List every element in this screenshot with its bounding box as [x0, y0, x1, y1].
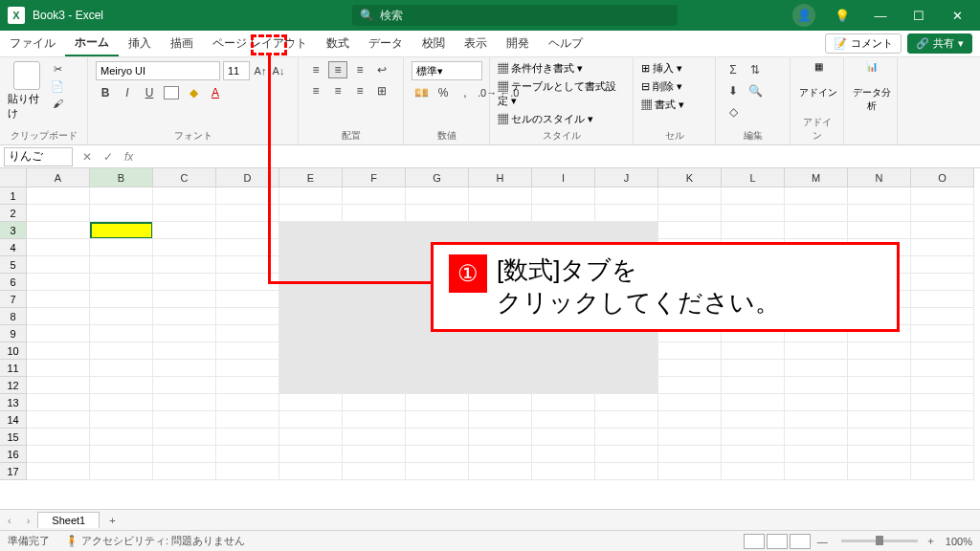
cell[interactable] — [469, 222, 532, 239]
cell[interactable] — [343, 187, 406, 205]
cell[interactable] — [658, 205, 722, 222]
cell[interactable] — [406, 394, 469, 411]
tab-review[interactable]: 校閲 — [412, 31, 455, 56]
cell[interactable] — [469, 463, 532, 480]
tab-insert[interactable]: 挿入 — [119, 31, 161, 56]
comma-button[interactable]: , — [456, 84, 475, 101]
cell[interactable] — [279, 377, 343, 394]
cell[interactable] — [848, 360, 911, 377]
cell[interactable] — [27, 256, 90, 274]
cell[interactable] — [153, 429, 216, 446]
select-all-corner[interactable] — [0, 168, 27, 187]
cell[interactable] — [90, 205, 153, 222]
fx-button[interactable]: fx — [119, 150, 139, 164]
row-header[interactable]: 15 — [0, 429, 27, 446]
cell[interactable] — [911, 342, 974, 360]
row-header[interactable]: 12 — [0, 377, 27, 394]
copy-button[interactable]: 📄 — [50, 78, 65, 94]
cell[interactable] — [722, 446, 785, 463]
cell[interactable] — [848, 205, 911, 222]
row-header[interactable]: 5 — [0, 256, 27, 274]
cell[interactable] — [27, 377, 90, 394]
row-header[interactable]: 9 — [0, 325, 27, 342]
cell[interactable] — [90, 446, 153, 463]
italic-button[interactable]: I — [118, 84, 137, 101]
data-analysis-button[interactable]: 📊 データ分析 — [852, 61, 892, 113]
row-header[interactable]: 16 — [0, 446, 27, 463]
column-header[interactable]: C — [153, 168, 216, 187]
cell[interactable] — [911, 360, 974, 377]
add-sheet-button[interactable]: + — [100, 515, 124, 526]
cell[interactable] — [595, 342, 658, 360]
font-name-input[interactable]: Meiryo UI — [96, 61, 220, 80]
view-page-break-button[interactable] — [790, 534, 811, 549]
comments-button[interactable]: 📝 コメント — [825, 33, 902, 54]
cell[interactable] — [153, 274, 216, 291]
cell[interactable] — [153, 463, 216, 480]
share-button[interactable]: 🔗 共有 ▾ — [907, 33, 972, 54]
cell[interactable] — [343, 463, 406, 480]
cell[interactable] — [153, 360, 216, 377]
cell[interactable] — [406, 411, 469, 429]
cell[interactable] — [279, 187, 343, 205]
cell[interactable] — [848, 222, 911, 239]
align-middle-button[interactable]: ≡ — [328, 61, 347, 78]
wrap-text-button[interactable]: ↩ — [372, 61, 391, 78]
cell[interactable] — [658, 411, 722, 429]
cell[interactable] — [595, 429, 658, 446]
cell[interactable] — [343, 446, 406, 463]
cell[interactable] — [343, 222, 406, 239]
formula-input[interactable] — [139, 147, 980, 166]
cell[interactable] — [27, 411, 90, 429]
cell[interactable] — [848, 463, 911, 480]
cell[interactable] — [279, 222, 343, 239]
cell[interactable] — [27, 291, 90, 308]
cancel-fx-icon[interactable]: ✕ — [77, 150, 98, 164]
cell[interactable] — [90, 394, 153, 411]
row-header[interactable]: 11 — [0, 360, 27, 377]
cell[interactable] — [153, 256, 216, 274]
row-header[interactable]: 2 — [0, 205, 27, 222]
fill-button[interactable]: ⬇ — [724, 82, 743, 99]
column-header[interactable]: G — [406, 168, 469, 187]
cell[interactable] — [153, 222, 216, 239]
cell[interactable] — [279, 205, 343, 222]
cell[interactable] — [27, 446, 90, 463]
sheet-nav-prev[interactable]: ‹ — [0, 515, 19, 526]
sheet-nav-next[interactable]: › — [19, 515, 38, 526]
cell[interactable] — [27, 394, 90, 411]
confirm-fx-icon[interactable]: ✓ — [98, 150, 119, 164]
cut-button[interactable]: ✂ — [50, 61, 65, 77]
cell[interactable] — [343, 360, 406, 377]
tab-draw[interactable]: 描画 — [161, 31, 203, 56]
cell[interactable] — [658, 394, 722, 411]
cell[interactable] — [153, 308, 216, 325]
cell[interactable] — [27, 325, 90, 342]
cell[interactable] — [27, 463, 90, 480]
cell[interactable] — [722, 222, 785, 239]
cell[interactable] — [911, 394, 974, 411]
zoom-in-button[interactable]: ＋ — [925, 534, 936, 548]
cell[interactable] — [658, 342, 722, 360]
cell[interactable] — [90, 377, 153, 394]
cell[interactable] — [27, 239, 90, 256]
cell[interactable] — [406, 342, 469, 360]
cell[interactable] — [90, 291, 153, 308]
decrease-font-button[interactable]: A↓ — [271, 63, 286, 78]
close-button[interactable]: ✕ — [946, 9, 969, 23]
cell[interactable] — [848, 394, 911, 411]
cell[interactable] — [658, 187, 722, 205]
column-header[interactable]: H — [469, 168, 532, 187]
cell[interactable] — [532, 222, 595, 239]
cell[interactable] — [153, 446, 216, 463]
account-icon[interactable]: 👤 — [792, 4, 815, 27]
sheet-tab-active[interactable]: Sheet1 — [37, 512, 100, 528]
cell[interactable] — [595, 360, 658, 377]
cell[interactable] — [658, 222, 722, 239]
cell[interactable] — [90, 187, 153, 205]
cell[interactable] — [216, 394, 279, 411]
cell[interactable] — [785, 222, 848, 239]
cell[interactable] — [911, 222, 974, 239]
column-header[interactable]: J — [595, 168, 658, 187]
border-button[interactable] — [162, 84, 181, 101]
